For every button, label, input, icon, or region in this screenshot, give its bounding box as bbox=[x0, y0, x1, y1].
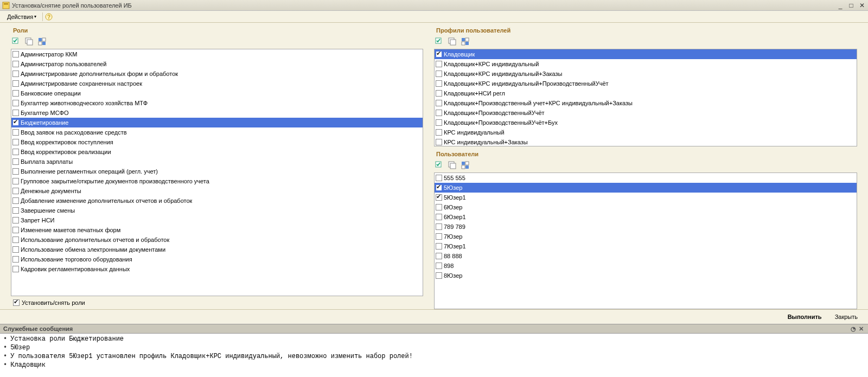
profile-row[interactable]: Кладовщик+КРС индивидуальный bbox=[435, 59, 857, 69]
user-checkbox[interactable] bbox=[436, 223, 442, 230]
user-row[interactable]: 7Юзер1 bbox=[435, 241, 857, 251]
profile-checkbox[interactable] bbox=[436, 119, 442, 126]
role-row[interactable]: Использование торгового оборудования bbox=[11, 254, 423, 264]
user-checkbox[interactable] bbox=[436, 233, 442, 240]
profiles-list[interactable]: КладовщикКладовщик+КРС индивидуальныйКла… bbox=[434, 49, 857, 146]
user-row[interactable]: 6Юзер1 bbox=[435, 212, 857, 222]
profile-row[interactable]: Кладовщик+Производственный учет+КРС инди… bbox=[435, 98, 857, 108]
user-checkbox[interactable] bbox=[436, 175, 442, 181]
profile-row[interactable]: Кладовщик+НСИ регл bbox=[435, 88, 857, 98]
invert-icon[interactable] bbox=[37, 37, 48, 47]
profile-row[interactable]: Кладовщик+КРС индивидуальный+Производств… bbox=[435, 79, 857, 88]
role-checkbox[interactable] bbox=[12, 227, 19, 233]
user-row[interactable]: 88 888 bbox=[435, 251, 857, 261]
role-checkbox[interactable] bbox=[12, 168, 19, 175]
user-row[interactable]: 789 789 bbox=[435, 222, 857, 232]
role-checkbox[interactable] bbox=[12, 71, 19, 77]
messages-close-icon[interactable]: ✕ bbox=[857, 325, 865, 333]
role-row[interactable]: Администратор ККМ bbox=[11, 49, 423, 59]
role-row[interactable]: Бухгалтер животноводческого хозяйства МТ… bbox=[11, 98, 423, 108]
minimize-icon[interactable]: _ bbox=[837, 2, 844, 9]
role-checkbox[interactable] bbox=[12, 188, 19, 194]
invert-icon[interactable] bbox=[460, 37, 471, 47]
role-checkbox[interactable] bbox=[12, 61, 19, 67]
role-row[interactable]: Добавление изменение дополнительных отче… bbox=[11, 196, 423, 206]
maximize-icon[interactable]: □ bbox=[847, 2, 855, 9]
role-checkbox[interactable] bbox=[12, 149, 19, 155]
actions-button[interactable]: Действия▾ bbox=[3, 12, 40, 21]
role-row[interactable]: Запрет НСИ bbox=[11, 215, 423, 225]
role-checkbox[interactable] bbox=[12, 256, 19, 263]
user-row[interactable]: 5Юзер bbox=[435, 183, 857, 193]
role-checkbox[interactable] bbox=[12, 100, 19, 106]
profile-row[interactable]: Кладовщик bbox=[435, 49, 857, 59]
profile-row[interactable]: Кладовщик+ПроизводственныйУчёт+Бух bbox=[435, 118, 857, 127]
profile-row[interactable]: Кладовщик+ПроизводственныйУчёт bbox=[435, 108, 857, 118]
profile-checkbox[interactable] bbox=[436, 100, 442, 106]
user-checkbox[interactable] bbox=[436, 272, 442, 279]
role-checkbox[interactable] bbox=[12, 158, 19, 165]
messages-gear-icon[interactable]: ◔ bbox=[850, 325, 857, 333]
profile-checkbox[interactable] bbox=[436, 139, 442, 145]
role-row[interactable]: Выполнение регламентных операций (регл. … bbox=[11, 167, 423, 176]
user-row[interactable]: 898 bbox=[435, 261, 857, 271]
role-checkbox[interactable] bbox=[12, 129, 19, 136]
role-row[interactable]: Администратор пользователей bbox=[11, 59, 423, 69]
role-checkbox[interactable] bbox=[12, 266, 19, 272]
user-row[interactable]: 6Юзер bbox=[435, 202, 857, 212]
user-checkbox[interactable] bbox=[436, 214, 442, 220]
role-row[interactable]: Бухгалтер МСФО bbox=[11, 108, 423, 118]
user-row[interactable]: 555 555 bbox=[435, 173, 857, 183]
profile-checkbox[interactable] bbox=[436, 129, 442, 136]
set-roles-checkbox[interactable] bbox=[13, 299, 20, 306]
profile-row[interactable]: Кладовщик+КРС индивидуальный+Заказы bbox=[435, 69, 857, 79]
close-icon[interactable]: ✕ bbox=[858, 2, 866, 9]
role-checkbox[interactable] bbox=[12, 207, 19, 214]
role-row[interactable]: Ввод корректировок поступления bbox=[11, 137, 423, 147]
user-row[interactable]: 5Юзер1 bbox=[435, 193, 857, 202]
profile-checkbox[interactable] bbox=[436, 51, 442, 57]
profile-checkbox[interactable] bbox=[436, 80, 442, 87]
role-checkbox[interactable] bbox=[12, 178, 19, 184]
profile-row[interactable]: КРС индивидуальный+Заказы bbox=[435, 137, 857, 146]
role-row[interactable]: Групповое закрытие/открытие документов п… bbox=[11, 176, 423, 186]
role-row[interactable]: Администрирование дополнительных форм и … bbox=[11, 69, 423, 79]
check-all-icon[interactable] bbox=[434, 37, 445, 47]
check-all-icon[interactable] bbox=[434, 161, 445, 170]
execute-button[interactable]: Выполнить bbox=[783, 312, 827, 322]
check-all-icon[interactable] bbox=[11, 37, 22, 47]
uncheck-all-icon[interactable] bbox=[447, 161, 458, 170]
user-checkbox[interactable] bbox=[436, 263, 442, 269]
role-row[interactable]: Изменение макетов печатных форм bbox=[11, 225, 423, 235]
uncheck-all-icon[interactable] bbox=[447, 37, 458, 47]
role-row[interactable]: Ввод корректировок реализации bbox=[11, 147, 423, 157]
role-row[interactable]: Денежные документы bbox=[11, 186, 423, 196]
profile-row[interactable]: КРС индивидуальный bbox=[435, 127, 857, 137]
role-row[interactable]: Завершение смены bbox=[11, 206, 423, 215]
profile-checkbox[interactable] bbox=[436, 90, 442, 97]
user-checkbox[interactable] bbox=[436, 184, 442, 191]
profile-checkbox[interactable] bbox=[436, 110, 442, 116]
user-checkbox[interactable] bbox=[436, 243, 442, 250]
role-row[interactable]: Выплата зарплаты bbox=[11, 157, 423, 167]
role-checkbox[interactable] bbox=[12, 90, 19, 97]
role-checkbox[interactable] bbox=[12, 119, 19, 126]
help-icon[interactable]: ? bbox=[45, 13, 53, 21]
role-row[interactable]: Ввод заявок на расходование средств bbox=[11, 127, 423, 137]
role-checkbox[interactable] bbox=[12, 139, 19, 145]
role-checkbox[interactable] bbox=[12, 237, 19, 243]
profile-checkbox[interactable] bbox=[436, 71, 442, 77]
role-checkbox[interactable] bbox=[12, 80, 19, 87]
user-checkbox[interactable] bbox=[436, 253, 442, 259]
users-list[interactable]: 555 5555Юзер5Юзер16Юзер6Юзер1789 7897Юзе… bbox=[434, 172, 857, 309]
roles-list[interactable]: Администратор ККМАдминистратор пользоват… bbox=[11, 49, 423, 296]
role-checkbox[interactable] bbox=[12, 197, 19, 204]
invert-icon[interactable] bbox=[460, 161, 471, 170]
user-row[interactable]: 8Юзер bbox=[435, 271, 857, 280]
role-row[interactable]: Бюджетирование bbox=[11, 118, 423, 127]
role-row[interactable]: Кадровик регламентированных данных bbox=[11, 264, 423, 274]
user-row[interactable]: 7Юзер bbox=[435, 232, 857, 241]
uncheck-all-icon[interactable] bbox=[24, 37, 35, 47]
user-checkbox[interactable] bbox=[436, 204, 442, 210]
role-checkbox[interactable] bbox=[12, 51, 19, 57]
